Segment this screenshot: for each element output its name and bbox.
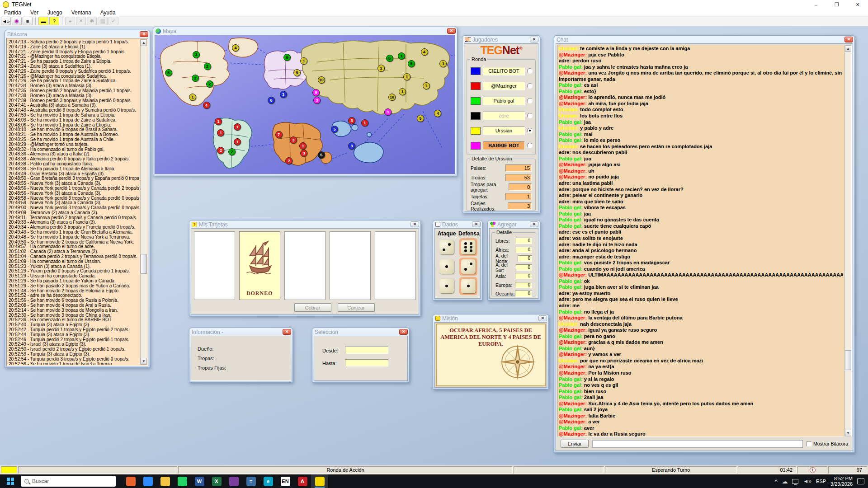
territory-marker[interactable]: 3 bbox=[384, 108, 392, 116]
file-explorer-icon[interactable] bbox=[156, 474, 174, 488]
territory-marker[interactable]: 1 bbox=[403, 73, 410, 80]
bitacora-scrollbar[interactable]: ▲ ▼ bbox=[140, 39, 147, 365]
territory-marker[interactable]: 2 bbox=[285, 157, 292, 164]
player-turn-radio[interactable] bbox=[527, 68, 533, 74]
territory-marker[interactable]: 2 bbox=[204, 63, 211, 70]
canjear-button[interactable]: Canjear bbox=[338, 303, 375, 312]
player-turn-radio[interactable] bbox=[527, 83, 533, 89]
globe-icon[interactable]: ◉ bbox=[12, 17, 22, 25]
territory-marker[interactable]: 1 bbox=[217, 129, 224, 136]
territory-marker[interactable]: 2 bbox=[228, 148, 236, 155]
cobrar-button[interactable]: Cobrar bbox=[294, 303, 331, 312]
zoom-icon[interactable] bbox=[139, 474, 156, 488]
edge-icon[interactable]: e bbox=[259, 474, 277, 488]
lang-en-icon[interactable]: EN bbox=[277, 474, 294, 488]
start-button[interactable] bbox=[0, 474, 21, 488]
territory-marker[interactable]: 1 bbox=[189, 94, 196, 101]
speaker-icon[interactable]: ◄» bbox=[1, 17, 11, 25]
territory-marker[interactable]: 9 bbox=[293, 69, 301, 76]
territory-marker[interactable]: 3 bbox=[313, 97, 321, 104]
territory-marker[interactable]: 1 bbox=[234, 123, 241, 131]
language-indicator[interactable]: ESP bbox=[816, 479, 826, 484]
territory-marker[interactable]: 4 bbox=[232, 44, 239, 52]
menu-ventana[interactable]: Ventana bbox=[67, 9, 95, 16]
selection-input[interactable] bbox=[345, 359, 388, 366]
territory-marker[interactable]: 5 bbox=[331, 126, 338, 133]
menu-partida[interactable]: Partida bbox=[0, 9, 25, 16]
seleccion-close-icon[interactable]: ✕ bbox=[399, 329, 408, 335]
dados-close-icon[interactable]: ✕ bbox=[472, 221, 481, 227]
territory-marker[interactable]: 1 bbox=[398, 52, 405, 60]
mostrar-bitacora-checkbox[interactable] bbox=[807, 441, 811, 446]
menu-ayuda[interactable]: Ayuda bbox=[96, 9, 120, 16]
taskbar-search-input[interactable]: Buscar bbox=[21, 476, 116, 487]
chat-close-icon[interactable]: ✕ bbox=[844, 37, 853, 42]
territory-marker[interactable]: 1 bbox=[377, 65, 385, 72]
menu-juego[interactable]: Juego bbox=[43, 9, 66, 16]
territory-marker[interactable]: 5 bbox=[165, 69, 172, 76]
territory-marker[interactable]: 1 bbox=[300, 57, 307, 65]
taskbar-clock[interactable]: 8:52 PM 3/23/2026 bbox=[830, 476, 853, 487]
territory-marker[interactable]: 6 bbox=[283, 54, 291, 61]
excel-icon[interactable]: X bbox=[208, 474, 225, 488]
selection-input[interactable] bbox=[345, 347, 388, 354]
close-button[interactable]: ✕ bbox=[847, 0, 868, 9]
territory-marker[interactable]: 1 bbox=[361, 119, 368, 127]
territory-marker[interactable]: 7 bbox=[275, 131, 283, 138]
scroll-up-icon[interactable]: ▲ bbox=[845, 45, 851, 52]
territory-marker[interactable]: 1 bbox=[234, 138, 241, 145]
territory-marker[interactable]: 1 bbox=[423, 82, 430, 89]
territory-marker[interactable]: 3 bbox=[290, 136, 297, 144]
world-map[interactable]: 3252214461910369351541111110453111122731… bbox=[155, 35, 456, 174]
empty-card-slot[interactable] bbox=[194, 231, 235, 300]
player-turn-radio[interactable] bbox=[527, 113, 533, 118]
territory-marker[interactable]: 4 bbox=[421, 48, 428, 56]
tarjetas-close-icon[interactable]: ✕ bbox=[410, 221, 419, 227]
bitacora-close-icon[interactable]: ✕ bbox=[140, 31, 148, 37]
mapa-close-icon[interactable]: ✕ bbox=[447, 28, 456, 34]
territory-marker[interactable]: 2 bbox=[206, 80, 213, 88]
territory-marker[interactable]: 1 bbox=[399, 88, 406, 95]
empty-card-slot[interactable] bbox=[330, 231, 371, 300]
agregar-close-icon[interactable]: ✕ bbox=[530, 221, 538, 227]
player-turn-radio[interactable] bbox=[527, 128, 533, 133]
territory-marker[interactable]: 5 bbox=[318, 151, 325, 159]
country-card[interactable]: BORNEO bbox=[239, 231, 280, 300]
list-icon[interactable]: ≡ bbox=[23, 17, 33, 25]
browser-icon[interactable] bbox=[122, 474, 139, 488]
territory-marker[interactable]: 9 bbox=[312, 89, 320, 96]
territory-marker[interactable]: 10 bbox=[318, 76, 325, 84]
scroll-thumb[interactable] bbox=[845, 350, 851, 370]
acrobat-icon[interactable]: A bbox=[294, 474, 311, 488]
note-icon[interactable]: ▬ bbox=[38, 17, 48, 25]
empty-card-slot[interactable] bbox=[375, 231, 416, 300]
scroll-down-icon[interactable]: ▼ bbox=[141, 358, 147, 365]
help-icon[interactable]: ? bbox=[49, 17, 59, 25]
territory-marker[interactable]: 10 bbox=[388, 94, 396, 101]
territory-marker[interactable]: 5 bbox=[417, 115, 424, 122]
word-icon[interactable]: W bbox=[191, 474, 208, 488]
enviar-button[interactable]: Enviar bbox=[561, 440, 589, 448]
network-icon[interactable] bbox=[792, 479, 798, 484]
tegnet-icon[interactable] bbox=[311, 474, 328, 488]
territory-marker[interactable]: 5 bbox=[386, 55, 393, 62]
scroll-thumb[interactable] bbox=[141, 254, 147, 274]
territory-marker[interactable]: 1 bbox=[299, 142, 307, 150]
player-turn-radio[interactable] bbox=[527, 143, 533, 148]
calculator-icon[interactable]: = bbox=[242, 474, 259, 488]
tray-chevron-icon[interactable]: ^ bbox=[774, 478, 777, 485]
territory-marker[interactable]: 3 bbox=[348, 117, 355, 124]
whatsapp-icon[interactable] bbox=[174, 474, 191, 488]
informacion-close-icon[interactable]: ✕ bbox=[283, 329, 291, 335]
jugadores-close-icon[interactable]: ✕ bbox=[530, 37, 538, 42]
chat-scrollbar[interactable]: ▲ ▼ bbox=[844, 45, 851, 436]
territory-marker[interactable]: 5 bbox=[408, 60, 415, 67]
scroll-up-icon[interactable]: ▲ bbox=[141, 39, 147, 46]
minimize-button[interactable]: – bbox=[806, 0, 826, 9]
territory-marker[interactable]: 1 bbox=[439, 60, 447, 67]
territory-marker[interactable]: 3 bbox=[280, 91, 287, 98]
territory-marker[interactable]: 3 bbox=[348, 142, 355, 150]
territory-marker[interactable]: 1 bbox=[215, 118, 222, 125]
menu-ver[interactable]: Ver bbox=[26, 9, 42, 16]
maximize-button[interactable]: ❐ bbox=[826, 0, 847, 9]
